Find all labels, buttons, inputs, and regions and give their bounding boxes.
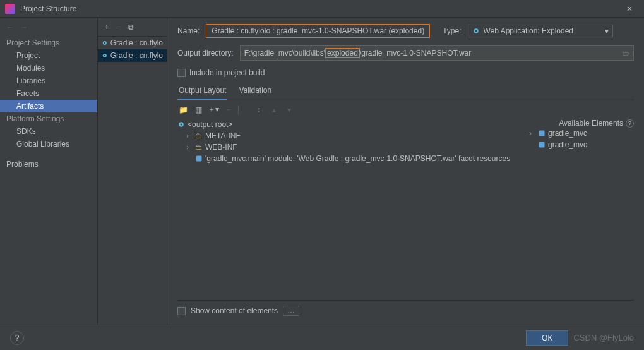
sidebar-item-global-libraries[interactable]: Global Libraries: [0, 138, 97, 150]
help-icon[interactable]: ?: [626, 119, 634, 128]
up-icon[interactable]: ▴: [268, 106, 280, 114]
folder-icon: 🗀: [195, 143, 203, 152]
svg-rect-8: [196, 156, 202, 162]
content-panel: Name: Gradle : cn.flylolo : gradle_mvc-1…: [167, 18, 644, 325]
expander-icon[interactable]: ›: [186, 131, 193, 140]
back-icon[interactable]: ←: [6, 23, 14, 32]
svg-point-3: [104, 55, 105, 56]
layout-icon[interactable]: ▥: [193, 106, 204, 114]
watermark: CSDN @FlyLolo: [573, 333, 634, 342]
close-icon[interactable]: ✕: [620, 4, 639, 13]
sidebar: ← → Project Settings Project Modules Lib…: [0, 18, 98, 325]
tree-node[interactable]: WEB-INF: [205, 143, 237, 152]
tab-validation[interactable]: Validation: [237, 83, 273, 100]
remove-icon[interactable]: －: [116, 21, 123, 32]
window-title: Project Structure: [20, 4, 76, 13]
checkbox-icon: [177, 69, 186, 77]
svg-point-1: [104, 42, 105, 44]
output-dir-field[interactable]: F:\gradle_mvc\build\libs\exploded\gradle…: [240, 45, 634, 61]
more-button[interactable]: …: [283, 306, 299, 316]
output-dir-label: Output directory:: [177, 49, 234, 57]
svg-point-7: [181, 124, 182, 126]
tab-output-layout[interactable]: Output Layout: [177, 83, 227, 100]
sidebar-item-facets[interactable]: Facets: [0, 87, 97, 100]
type-label: Type:: [443, 27, 461, 35]
new-folder-icon[interactable]: 📁: [177, 106, 189, 114]
artifact-list-panel: ＋ － ⧉ Gradle : cn.flylo Gradle : cn.flyl…: [98, 18, 167, 325]
ok-button[interactable]: OK: [526, 330, 568, 346]
sidebar-item-problems[interactable]: Problems: [0, 158, 97, 171]
sidebar-item-project[interactable]: Project: [0, 49, 97, 62]
app-icon: [5, 4, 15, 14]
group-platform-settings: Platform Settings: [0, 112, 97, 125]
folder-icon: 🗀: [195, 131, 203, 140]
copy-icon[interactable]: ⧉: [128, 23, 134, 32]
forward-icon[interactable]: →: [20, 23, 28, 32]
name-label: Name:: [177, 27, 200, 35]
artifact-list-item[interactable]: Gradle : cn.flylo: [98, 37, 167, 49]
chevron-down-icon: ▾: [605, 27, 609, 35]
available-item[interactable]: gradle_mvc: [548, 140, 587, 149]
tree-node[interactable]: META-INF: [205, 131, 241, 140]
group-project-settings: Project Settings: [0, 37, 97, 49]
checkbox-icon[interactable]: [177, 307, 186, 315]
svg-point-5: [475, 30, 477, 32]
sidebar-item-artifacts[interactable]: Artifacts: [0, 100, 97, 112]
down-icon[interactable]: ▾: [283, 106, 295, 114]
artifact-name-field[interactable]: Gradle : cn.flylolo : gradle_mvc-1.0-SNA…: [206, 24, 430, 38]
output-tree[interactable]: <output root> › 🗀 META-INF › 🗀 WEB-INF '…: [177, 119, 527, 300]
available-item[interactable]: gradle_mvc: [548, 129, 587, 138]
available-elements-panel: Available Elements ? › gradle_mvc gradle…: [527, 119, 634, 300]
tree-root[interactable]: <output root>: [188, 120, 232, 129]
sidebar-item-modules[interactable]: Modules: [0, 62, 97, 75]
show-content-label: Show content of elements: [191, 306, 278, 315]
tree-leaf[interactable]: 'gradle_mvc.main' module: 'Web Gradle : …: [205, 154, 510, 163]
expander-icon[interactable]: ›: [186, 143, 193, 152]
available-title: Available Elements: [559, 119, 623, 128]
type-select[interactable]: Web Application: Exploded ▾: [468, 25, 613, 37]
add-copy-icon[interactable]: ＋▾: [208, 104, 219, 115]
include-checkbox[interactable]: Include in project build: [177, 68, 634, 77]
svg-rect-9: [539, 131, 545, 136]
help-button[interactable]: ?: [10, 331, 24, 345]
add-icon[interactable]: ＋: [103, 21, 110, 32]
artifact-list-item[interactable]: Gradle : cn.flylo: [98, 49, 167, 62]
remove-item-icon[interactable]: －: [223, 104, 234, 115]
expander-icon[interactable]: ›: [529, 129, 535, 138]
sidebar-item-sdks[interactable]: SDKs: [0, 125, 97, 138]
browse-folder-icon[interactable]: 🗁: [622, 49, 629, 57]
svg-rect-10: [539, 142, 545, 148]
sidebar-item-libraries[interactable]: Libraries: [0, 75, 97, 87]
sort-icon[interactable]: ↕: [253, 106, 265, 114]
